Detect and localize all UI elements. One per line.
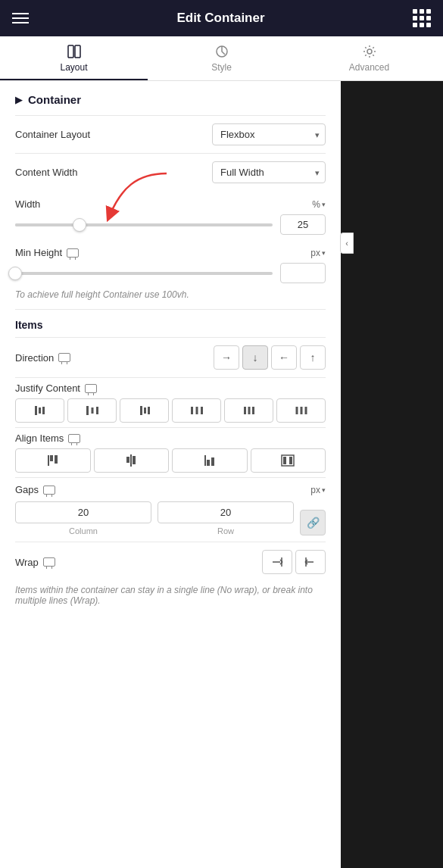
width-unit-label[interactable]: % ▾ [312,199,326,210]
container-layout-select[interactable]: Flexbox Grid [212,123,326,145]
tabs-bar: Layout Style Advanced [0,36,443,81]
tab-layout[interactable]: Layout [0,36,148,80]
direction-up-btn[interactable]: ↑ [300,345,326,370]
svg-rect-11 [144,407,146,414]
justify-content-section: Justify Content [0,378,341,427]
svg-rect-24 [55,455,58,464]
gap-column-label: Column [69,526,98,535]
container-layout-label: Container Layout [15,129,114,140]
gaps-link-btn[interactable]: 🔗 [300,510,326,535]
tab-style[interactable]: Style [148,36,295,80]
min-height-number-input[interactable] [280,263,326,283]
align-flex-start-btn[interactable] [15,448,91,473]
svg-rect-9 [96,407,98,414]
svg-rect-18 [252,407,254,414]
direction-right-btn[interactable]: → [214,345,239,370]
content-width-label: Content Width [15,167,114,178]
svg-rect-29 [207,460,210,466]
justify-content-monitor-icon [85,384,97,393]
direction-label: Direction [15,352,114,364]
gap-row-input[interactable] [158,501,294,523]
justify-center-btn[interactable] [67,398,117,423]
svg-rect-27 [133,456,136,464]
gaps-monitor-icon [43,486,55,495]
direction-buttons: → ↓ ← ↑ [214,345,326,370]
wrap-hint: Items within the container can stay in a… [0,582,341,615]
gap-column-group: Column [15,501,151,535]
min-height-slider-thumb[interactable] [8,267,22,280]
svg-rect-7 [86,406,89,415]
width-label: Width [15,198,114,210]
justify-space-evenly-btn[interactable] [276,398,326,423]
width-unit-caret-icon: ▾ [322,201,326,208]
gaps-section: Gaps px ▾ Column Row 🔗 [0,478,341,542]
width-slider-thumb[interactable] [73,218,86,232]
wrap-buttons [262,550,326,574]
collapse-panel-btn[interactable]: ‹ [340,233,354,254]
width-number-input[interactable] [280,214,326,235]
justify-space-around-btn[interactable] [224,398,273,423]
align-items-label: Align Items [15,432,64,444]
header: Edit Container [0,0,443,36]
svg-rect-20 [300,407,302,414]
header-title: Edit Container [176,11,264,26]
min-height-slider-row [0,260,341,288]
hamburger-icon[interactable] [12,13,29,23]
direction-row: Direction → ↓ ← ↑ [0,338,341,377]
width-slider-track [15,223,273,226]
justify-flex-start-btn[interactable] [15,398,64,423]
width-slider-row [0,211,341,239]
container-layout-select-wrapper: Flexbox Grid ▾ [212,123,326,145]
gaps-label: Gaps [15,484,39,495]
align-items-section: Align Items [0,428,341,477]
justify-space-between-btn[interactable] [172,398,221,423]
min-height-monitor-icon [67,248,79,258]
min-height-slider-track [15,272,273,275]
svg-rect-15 [201,407,203,414]
align-stretch-btn[interactable] [251,448,326,473]
grid-icon[interactable] [413,9,431,27]
direction-down-btn[interactable]: ↓ [242,345,268,370]
justify-content-buttons [15,398,326,423]
svg-rect-19 [295,407,298,414]
gap-row-group: Row [158,501,294,535]
svg-rect-17 [248,407,250,414]
collapse-arrow-icon[interactable]: ▶ [15,95,22,105]
align-items-buttons [15,448,326,473]
svg-rect-0 [68,45,73,58]
svg-rect-13 [191,407,193,414]
gap-column-input[interactable] [15,501,151,523]
width-slider-fill [15,223,80,226]
svg-point-3 [367,49,372,54]
tab-layout-label: Layout [60,62,87,73]
tab-advanced[interactable]: Advanced [295,36,443,80]
direction-monitor-icon [58,353,70,362]
svg-rect-4 [35,406,37,415]
direction-left-btn[interactable]: ← [271,345,297,370]
wrap-row: Wrap [0,542,341,582]
content-width-select[interactable]: Full Width Boxed [212,161,326,183]
svg-rect-10 [140,406,142,415]
svg-rect-8 [91,407,93,414]
align-items-monitor-icon [68,434,80,443]
min-height-label: Min Height [15,247,114,258]
min-height-hint: To achieve full height Container use 100… [0,288,341,309]
justify-flex-end-btn[interactable] [120,398,169,423]
gaps-unit-label[interactable]: px ▾ [310,485,326,495]
min-height-row: Min Height px ▾ [0,239,341,260]
tab-style-label: Style [211,62,232,73]
svg-rect-23 [50,455,53,461]
svg-rect-1 [75,45,80,58]
justify-content-label: Justify Content [15,382,80,394]
align-center-btn[interactable] [94,448,170,473]
min-height-unit-label[interactable]: px ▾ [310,248,326,258]
gap-row-label: Row [217,526,234,535]
gaps-unit-caret-icon: ▾ [322,486,326,494]
wrap-nowrap-btn[interactable] [262,550,292,574]
tab-advanced-label: Advanced [349,62,389,73]
wrap-monitor-icon [43,557,55,567]
align-flex-end-btn[interactable] [172,448,248,473]
svg-rect-14 [195,407,198,414]
container-section-header: ▶ Container [0,81,341,115]
wrap-wrap-btn[interactable] [295,550,326,574]
